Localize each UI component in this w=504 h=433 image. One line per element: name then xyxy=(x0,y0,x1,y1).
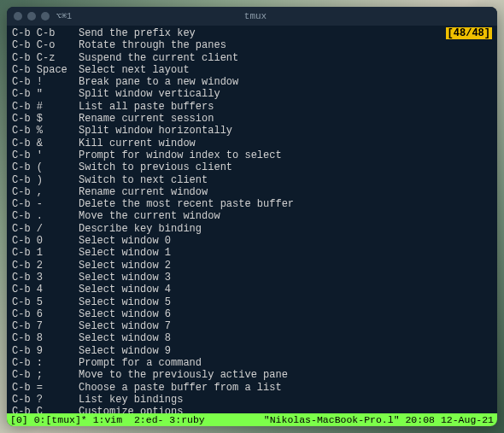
keybinding-desc: Select window 5 xyxy=(79,296,171,308)
keybinding-desc: Prompt for window index to select xyxy=(79,149,282,161)
keybinding-key: C-b ) xyxy=(12,174,79,186)
minimize-icon[interactable] xyxy=(27,12,36,20)
keybinding-key: C-b 0 xyxy=(12,235,79,247)
keybinding-row: C-b SpaceSelect next layout xyxy=(12,64,492,76)
keybinding-desc: Send the prefix key xyxy=(79,27,196,39)
keybinding-row: C-b ;Move to the previously active pane xyxy=(12,369,492,381)
keybinding-key: C-b 2 xyxy=(12,260,79,272)
titlebar-shortcut: ⌥⌘1 xyxy=(56,11,72,21)
keybinding-key: C-b C-o xyxy=(12,39,79,51)
keybinding-key: C-b ' xyxy=(12,149,79,161)
keybinding-desc: Move the current window xyxy=(79,210,220,222)
keybinding-row: C-b ,Rename current window xyxy=(12,186,492,198)
zoom-icon[interactable] xyxy=(41,12,50,20)
keybinding-key: C-b 6 xyxy=(12,308,79,320)
status-host: "Nikolas-MacBook-Pro.l" xyxy=(264,414,400,425)
keybinding-desc: Move to the previously active pane xyxy=(79,369,288,381)
keybinding-row: C-b C-bSend the prefix key xyxy=(12,27,492,39)
traffic-lights xyxy=(14,12,50,20)
keybinding-desc: Select window 0 xyxy=(79,235,171,247)
keybinding-desc: Select window 8 xyxy=(79,332,171,344)
keybinding-desc: Split window horizontally xyxy=(79,125,232,137)
keybinding-row: C-b 3Select window 3 xyxy=(12,272,492,284)
keybinding-row: C-b &Kill current window xyxy=(12,138,492,149)
keybinding-list: C-b C-bSend the prefix keyC-b C-oRotate … xyxy=(12,27,492,413)
close-icon[interactable] xyxy=(14,12,22,20)
keybinding-row: C-b #List all paste buffers xyxy=(12,101,492,113)
keybinding-key: C-b 3 xyxy=(12,272,79,284)
keybinding-desc: Select window 2 xyxy=(79,260,171,272)
keybinding-desc: Rename current window xyxy=(79,186,208,198)
keybinding-key: C-b . xyxy=(12,210,79,222)
terminal-window: ⌥⌘1 tmux [48/48] C-b C-bSend the prefix … xyxy=(7,7,497,426)
status-time: 20:08 xyxy=(405,414,435,425)
keybinding-key: C-b 5 xyxy=(12,296,79,308)
keybinding-row: C-b .Move the current window xyxy=(12,210,492,222)
keybinding-row: C-b C-oRotate through the panes xyxy=(12,39,492,51)
keybinding-row: C-b $Rename current session xyxy=(12,113,492,125)
keybinding-desc: Select next layout xyxy=(79,64,190,76)
keybinding-key: C-b C-b xyxy=(12,27,79,39)
keybinding-key: C-b 8 xyxy=(12,332,79,344)
keybinding-desc: Prompt for a command xyxy=(79,357,202,369)
keybinding-key: C-b = xyxy=(12,382,79,394)
keybinding-desc: Kill current window xyxy=(79,138,196,149)
keybinding-desc: Select window 4 xyxy=(79,284,171,295)
keybinding-row: C-b 1Select window 1 xyxy=(12,247,492,259)
keybinding-row: C-b C-zSuspend the current client xyxy=(12,52,492,64)
keybinding-desc: Rename current session xyxy=(79,113,214,125)
keybinding-row: C-b 6Select window 6 xyxy=(12,308,492,320)
status-right: "Nikolas-MacBook-Pro.l" 20:08 12-Aug-21 xyxy=(264,414,494,425)
keybinding-desc: Select window 1 xyxy=(79,247,171,259)
keybinding-row: C-b 2Select window 2 xyxy=(12,260,492,272)
session-indicator: [0] xyxy=(10,414,28,425)
keybinding-row: C-b 0Select window 0 xyxy=(12,235,492,247)
terminal-content[interactable]: [48/48] C-b C-bSend the prefix keyC-b C-… xyxy=(7,26,497,413)
keybinding-row: C-b (Switch to previous client xyxy=(12,161,492,173)
keybinding-row: C-b /Describe key binding xyxy=(12,223,492,235)
keybinding-desc: Select window 6 xyxy=(79,308,171,320)
keybinding-row: C-b 5Select window 5 xyxy=(12,296,492,308)
status-left: [0] 0:[tmux]* 1:vim 2:ed- 3:ruby xyxy=(10,414,205,425)
keybinding-row: C-b 'Prompt for window index to select xyxy=(12,149,492,161)
keybinding-key: C-b ( xyxy=(12,161,79,173)
keybinding-row: C-b CCustomize options xyxy=(12,406,492,413)
status-date: 12-Aug-21 xyxy=(441,414,494,425)
keybinding-row: C-b =Choose a paste buffer from a list xyxy=(12,382,492,394)
keybinding-key: C-b , xyxy=(12,186,79,198)
keybinding-row: C-b %Split window horizontally xyxy=(12,125,492,137)
keybinding-desc: Select window 9 xyxy=(79,345,171,357)
keybinding-row: C-b "Split window vertically xyxy=(12,88,492,100)
keybinding-key: C-b C-z xyxy=(12,52,79,64)
keybinding-row: C-b ?List key bindings xyxy=(12,394,492,406)
keybinding-desc: Suspend the current client xyxy=(79,52,238,64)
keybinding-desc: Split window vertically xyxy=(79,88,220,100)
keybinding-key: C-b Space xyxy=(12,64,79,76)
keybinding-desc: Switch to previous client xyxy=(79,161,232,173)
keybinding-desc: Customize options xyxy=(79,406,183,413)
keybinding-desc: Rotate through the panes xyxy=(79,39,226,51)
keybinding-desc: List all paste buffers xyxy=(79,101,214,113)
keybinding-key: C-b ; xyxy=(12,369,79,381)
keybinding-row: C-b !Break pane to a new window xyxy=(12,76,492,88)
keybinding-row: C-b )Switch to next client xyxy=(12,174,492,186)
keybinding-key: C-b ? xyxy=(12,394,79,406)
keybinding-key: C-b ! xyxy=(12,76,79,88)
keybinding-row: C-b -Delete the most recent paste buffer xyxy=(12,198,492,210)
keybinding-key: C-b 4 xyxy=(12,284,79,295)
keybinding-key: C-b " xyxy=(12,88,79,100)
tmux-statusbar: [0] 0:[tmux]* 1:vim 2:ed- 3:ruby "Nikola… xyxy=(7,413,497,426)
keybinding-desc: Delete the most recent paste buffer xyxy=(79,198,294,210)
keybinding-key: C-b 9 xyxy=(12,345,79,357)
keybinding-desc: Select window 3 xyxy=(79,272,171,284)
keybinding-row: C-b :Prompt for a command xyxy=(12,357,492,369)
search-counter: [48/48] xyxy=(446,27,492,39)
keybinding-desc: Choose a paste buffer from a list xyxy=(79,382,282,394)
keybinding-key: C-b 7 xyxy=(12,320,79,332)
keybinding-desc: Break pane to a new window xyxy=(79,76,238,88)
keybinding-desc: Switch to next client xyxy=(79,174,208,186)
keybinding-desc: Select window 7 xyxy=(79,320,171,332)
keybinding-key: C-b # xyxy=(12,101,79,113)
keybinding-key: C-b & xyxy=(12,138,79,149)
keybinding-row: C-b 9Select window 9 xyxy=(12,345,492,357)
